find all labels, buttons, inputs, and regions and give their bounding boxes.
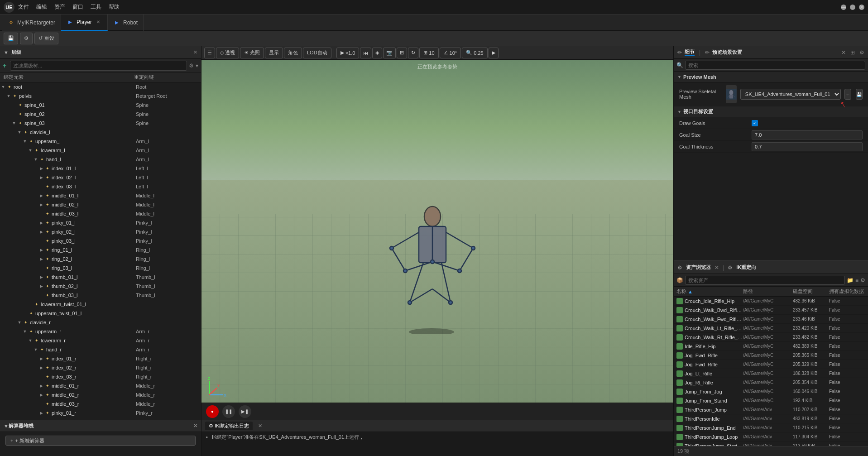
tree-item[interactable]: ✦upperarm_twist_01_l [0,309,201,318]
asset-row[interactable]: ThirdPersonIdle/All/Game/Adv483.819 KiBF… [674,414,868,423]
asset-row[interactable]: Crouch_Walk_Fwd_Rifle_Hi/All/Game/MyC233… [674,315,868,324]
tree-item[interactable]: ▶✦middle_02_rMiddle_r [0,390,201,399]
tree-item[interactable]: ▼✦hand_rArm_r [0,345,201,354]
details-search-input[interactable] [685,61,865,70]
tree-item[interactable]: ✦middle_03_rMiddle_r [0,399,201,408]
asset-row[interactable]: Jog_Rt_Rifle/All/Game/MyC205.354 KiBFals… [674,378,868,387]
tree-item[interactable]: ▶✦thumb_01_lThumb_l [0,273,201,282]
details-tab[interactable]: 细节 [685,48,695,56]
detail-gear-icon[interactable]: ⚙ [859,49,864,56]
asset-filter-icon[interactable]: ≡ [855,277,858,283]
viewport-prev-frame[interactable]: ⏮ [360,48,371,58]
reset-button[interactable]: ↺ 重设 [34,33,58,44]
tree-item[interactable]: ✦middle_03_lMiddle_l [0,209,201,218]
asset-row[interactable]: Jog_Fwd_Rifle/All/Game/MyC205.365 KiBFal… [674,351,868,360]
asset-row[interactable]: Crouch_Walk_Rt_Rifle_Hip/All/Game/MyC233… [674,333,868,342]
tree-item[interactable]: ✦ring_03_lRing_l [0,264,201,273]
hierarchy-list[interactable]: ▼✦rootRoot▼✦pelvisRetarget Root ✦spine_0… [0,82,201,420]
viewport-angle-btn[interactable]: ∠ 10° [440,48,461,58]
asset-package-icon[interactable]: 📦 [676,277,683,283]
tree-item[interactable]: ▶✦ring_02_lRing_l [0,254,201,264]
log-tab-ik[interactable]: ⚙ IK绑定输出日志 [205,422,253,430]
viewport-lighting-button[interactable]: ☀ 光照 [240,48,264,58]
tree-item[interactable]: ▶✦index_01_rRight_r [0,354,201,363]
tab-robot[interactable]: ▶ Robot [108,14,144,31]
tree-item[interactable]: ▶✦pinky_01_rPinky_r [0,408,201,418]
tree-item[interactable]: ▼✦clavicle_l [0,128,201,137]
menu-assets[interactable]: 资产 [54,3,65,11]
save-button[interactable]: 💾 [4,33,18,44]
preview-scene-tab[interactable]: 预览场景设置 [712,49,742,56]
asset-row[interactable]: ThirdPersonJump_Start/All/Game/Adv113.59… [674,442,868,446]
asset-row[interactable]: ThirdPersonJump_Loop/All/Game/Adv117.304… [674,432,868,442]
tree-item[interactable]: ▶✦middle_01_rMiddle_r [0,381,201,390]
tree-item[interactable]: ▼✦lowerarm_lArm_l [0,146,201,155]
tree-item[interactable]: ▶✦index_02_lLeft_l [0,173,201,182]
viewport-lod-button[interactable]: LOD自动 [303,48,331,58]
mesh-save-btn[interactable]: 💾 [856,89,863,100]
viewport-play-button[interactable]: ▶ ×1.0 [336,48,360,58]
details-close[interactable]: ✕ [841,49,846,56]
viewport-area[interactable]: 正在预览参考姿势 [201,60,673,403]
tree-item[interactable]: ✦index_03_lLeft_l [0,182,201,191]
menu-tools[interactable]: 工具 [91,3,101,11]
maximize-button[interactable]: □ [850,5,855,10]
close-button[interactable]: ✕ [859,5,864,10]
tree-item[interactable]: ▶✦pinky_01_lPinky_l [0,218,201,227]
viewport-more-button[interactable]: ▶ [489,48,499,58]
tree-item[interactable]: ✦thumb_03_lThumb_l [0,291,201,300]
viewport-show-button[interactable]: 显示 [265,48,283,58]
tree-item[interactable]: ✦pinky_03_lPinky_l [0,236,201,245]
asset-row[interactable]: Idle_Rifle_Hip/All/Game/MyC482.389 KiBFa… [674,342,868,351]
search-settings-icon[interactable]: ⚙ [189,62,194,69]
tree-item[interactable]: ✦spine_02Spine [0,110,201,119]
detail-table-icon[interactable]: ⊞ [850,49,855,56]
menu-window[interactable]: 窗口 [72,3,83,11]
tree-item[interactable]: ▶✦middle_01_lMiddle_l [0,191,201,200]
tree-item[interactable]: ▶✦thumb_02_lThumb_l [0,282,201,291]
tree-item[interactable]: ▶✦pinky_02_lPinky_l [0,227,201,236]
asset-row[interactable]: Jog_Fwd_Rifle/All/Game/MyC205.329 KiBFal… [674,360,868,369]
next-button[interactable]: ▶❚ [239,405,251,418]
tree-item[interactable]: ▼✦upperarm_lArm_l [0,137,201,146]
viewport-snap-button[interactable]: ◈ [372,48,382,58]
asset-row[interactable]: Crouch_Idle_Rifle_Hip/All/Game/MyC482.36… [674,297,868,306]
pause-button[interactable]: ❚❚ [222,405,235,418]
add-solver-button[interactable]: + + 新增解算器 [5,436,196,446]
tree-item[interactable]: ▼✦clavicle_r [0,318,201,327]
tree-item[interactable]: ▶✦index_02_rRight_r [0,363,201,372]
asset-row[interactable]: Crouch_Walk_Bwd_Rifle_Hi/All/Game/MyC233… [674,306,868,315]
settings-button[interactable]: ⚙ [20,33,33,44]
viewport-grid-size[interactable]: ⊞ 10 [419,48,438,58]
menu-edit[interactable]: 编辑 [36,3,47,11]
hierarchy-search-input[interactable] [10,61,187,71]
solver-close[interactable]: ✕ [193,423,197,429]
asset-row[interactable]: ThirdPersonJump_End/All/Game/Adv110.215 … [674,423,868,432]
viewport-camera-button[interactable]: 📷 [383,48,396,58]
ik-redirect-tab[interactable]: IK重定向 [736,264,756,271]
hierarchy-close[interactable]: ✕ [193,49,197,55]
menu-file[interactable]: 文件 [18,3,29,11]
minimize-button[interactable]: — [841,5,846,10]
asset-row[interactable]: ThirdPerson_Jump/All/Game/Adv110.202 KiB… [674,405,868,414]
tree-item[interactable]: ▼✦spine_03Spine [0,119,201,128]
viewport-goals-section[interactable]: ▼ 视口目标设置 [674,106,868,117]
tree-item[interactable]: ▼✦hand_lArm_l [0,155,201,164]
asset-search-input[interactable] [685,276,845,285]
tab-player[interactable]: ▶ Player ✕ [61,14,108,31]
tree-item[interactable]: ▼✦upperarm_rArm_r [0,327,201,336]
tree-item[interactable]: ✦spine_01Spine [0,101,201,110]
tree-item[interactable]: ✦lowerarm_twist_01_l [0,300,201,309]
preview-mesh-section[interactable]: ▼ Preview Mesh [674,72,868,82]
mesh-select-dropdown[interactable]: SK_UE4_Adventures_woman_Full_01 [740,89,841,100]
col-name-header[interactable]: 名称 ▲ [676,288,743,295]
asset-row[interactable]: Jump_From_Stand/All/Game/MyC192.4 KiBFal… [674,396,868,405]
mesh-browse-btn[interactable]: ← [844,89,851,100]
viewport-menu-button[interactable]: ☰ [204,48,215,58]
add-bone-button[interactable]: + [3,62,6,69]
tree-item[interactable]: ▼✦rootRoot [0,82,201,91]
tab-close-player[interactable]: ✕ [95,19,102,26]
tree-item[interactable]: ▶✦ring_01_lRing_l [0,245,201,254]
tree-item[interactable]: ▼✦lowerarm_rArm_r [0,336,201,345]
tree-item[interactable]: ▶✦middle_02_lMiddle_l [0,200,201,209]
